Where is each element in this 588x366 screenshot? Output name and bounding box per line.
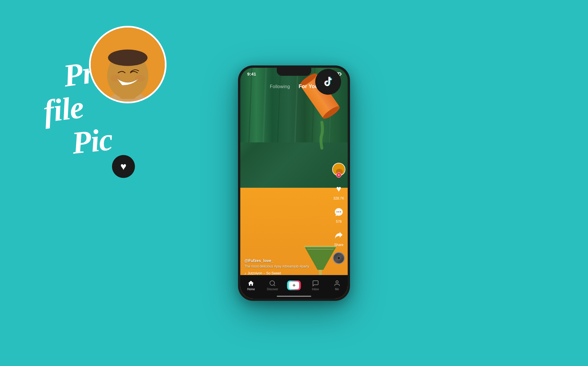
music-disc-inner bbox=[337, 256, 341, 260]
svg-point-39 bbox=[340, 211, 341, 212]
heart-icon: ♥ bbox=[332, 182, 345, 195]
tiktok-icon bbox=[322, 75, 334, 88]
create-button[interactable]: + bbox=[288, 281, 300, 290]
inbox-icon bbox=[312, 280, 319, 287]
follow-plus-button[interactable]: + bbox=[336, 173, 341, 178]
phone-notch bbox=[277, 68, 311, 76]
like-button[interactable]: ♥ 328.7K bbox=[332, 182, 345, 200]
home-indicator bbox=[277, 296, 311, 297]
avatar bbox=[89, 26, 167, 103]
svg-point-4 bbox=[108, 49, 148, 66]
discover-label: Discover bbox=[267, 288, 278, 291]
music-disc bbox=[333, 252, 345, 264]
home-label: Home bbox=[247, 288, 255, 291]
svg-rect-19 bbox=[304, 246, 337, 247]
status-time: 9:41 bbox=[247, 71, 256, 76]
share-label: Share bbox=[334, 243, 343, 247]
heart-icon: ♥ bbox=[120, 160, 126, 173]
comments-count: 578 bbox=[336, 220, 342, 224]
svg-point-40 bbox=[270, 281, 274, 285]
comment-icon bbox=[332, 206, 345, 219]
creator-avatar-wrap[interactable]: + bbox=[332, 163, 345, 176]
nav-me[interactable]: Me bbox=[326, 280, 348, 291]
phone-screen: 9:41 Following bbox=[240, 68, 348, 299]
floating-tiktok-logo bbox=[315, 69, 341, 95]
home-icon bbox=[247, 280, 254, 287]
nav-home[interactable]: Home bbox=[240, 280, 262, 291]
svg-point-6 bbox=[135, 75, 145, 82]
share-icon bbox=[332, 229, 345, 242]
side-actions: + ♥ 328.7K 578 bbox=[332, 163, 345, 264]
bottom-nav: Home Discover + Inbox bbox=[240, 275, 348, 299]
likes-count: 328.7K bbox=[333, 196, 344, 200]
inbox-label: Inbox bbox=[312, 288, 319, 291]
following-tab[interactable]: Following bbox=[270, 84, 290, 89]
video-caption: The most delicious #yay #dreamjob #party bbox=[244, 264, 328, 269]
svg-point-38 bbox=[339, 211, 339, 212]
plus-icon: + bbox=[289, 282, 299, 289]
comment-button[interactable]: 578 bbox=[332, 206, 345, 224]
nav-create[interactable]: + bbox=[283, 281, 305, 290]
nav-discover[interactable]: Discover bbox=[262, 280, 283, 291]
video-overlay-text: @Fufzes_love_ The most delicious #yay #d… bbox=[244, 258, 328, 276]
me-label: Me bbox=[335, 288, 339, 291]
nav-inbox[interactable]: Inbox bbox=[305, 280, 326, 291]
share-button[interactable]: Share bbox=[332, 229, 345, 247]
svg-point-5 bbox=[111, 75, 120, 82]
floating-heart-button[interactable]: ♥ bbox=[112, 155, 135, 178]
profile-icon bbox=[334, 280, 341, 287]
avatar-image bbox=[91, 28, 165, 102]
phone-mockup: 9:41 Following bbox=[238, 65, 350, 301]
discover-icon bbox=[269, 280, 276, 287]
creator-name: @Fufzes_love_ bbox=[244, 258, 328, 263]
svg-point-41 bbox=[336, 281, 338, 283]
svg-point-37 bbox=[337, 211, 338, 212]
